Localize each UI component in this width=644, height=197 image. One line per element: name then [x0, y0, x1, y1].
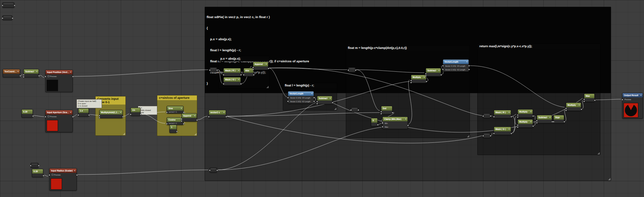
- collapse-caret-icon[interactable]: ▾: [70, 71, 71, 73]
- subtract-m-node[interactable]: Subtract▾: [426, 68, 441, 76]
- reroute-return-p-in-pin[interactable]: [482, 115, 484, 117]
- subtract-uv-node-out-pin[interactable]: [38, 75, 40, 77]
- collapsed-node-c[interactable]: [31, 163, 39, 168]
- max-node[interactable]: Max: [584, 93, 595, 102]
- mask-r-node-1-in-pin[interactable]: [223, 74, 224, 76]
- collapse-caret-icon[interactable]: ▾: [194, 115, 195, 117]
- multiply-cxy-node-in-a-pin[interactable]: [517, 124, 519, 126]
- mask-r-node-2-out-pin[interactable]: [511, 116, 512, 118]
- reroute-radius-out-pin[interactable]: [216, 170, 218, 171]
- collapse-caret-icon[interactable]: ▾: [181, 108, 182, 109]
- max-node-in-a-pin[interactable]: [583, 98, 585, 100]
- collapsed-node-a[interactable]: [2, 2, 14, 8]
- append-sincos-node-in-b-pin[interactable]: [181, 120, 182, 122]
- vector-length-node-1-in-pin[interactable]: [287, 97, 289, 98]
- collapse-caret-icon[interactable]: ▾: [640, 94, 641, 96]
- sign-node-out-pin[interactable]: [564, 121, 565, 123]
- mask-g-node-1[interactable]: Mask ( G )▾: [223, 77, 241, 85]
- collapse-caret-icon[interactable]: ▾: [311, 93, 312, 94]
- collapsed-node-c-in-pin[interactable]: [30, 165, 32, 167]
- abs-node-out-pin[interactable]: [253, 74, 255, 76]
- clamp-node-out-pin[interactable]: [407, 125, 409, 126]
- dot-node-out-pin[interactable]: [392, 112, 393, 114]
- input-aperture-node-in-pin[interactable]: [45, 116, 46, 118]
- mask-g-node-2-in-pin[interactable]: [493, 133, 495, 134]
- multiply-cyx-node-in-a-pin[interactable]: [517, 114, 519, 116]
- vector-length-node-2-in-pin[interactable]: [442, 65, 444, 67]
- collapse-caret-icon[interactable]: ▾: [508, 128, 509, 130]
- clamp-node-min-pin[interactable]: [382, 122, 383, 124]
- collapsed-node-c-out-pin[interactable]: [38, 165, 40, 167]
- dot-node[interactable]: Dot: [381, 106, 392, 114]
- radius-default-const[interactable]: 0.39: [32, 169, 43, 177]
- mask-g-node-2-out-pin[interactable]: [511, 133, 512, 134]
- multiply-m-node-in-a-pin[interactable]: [410, 80, 412, 81]
- multiply-add-node-in-a-pin[interactable]: [99, 115, 100, 117]
- multiply-add-node-out-pin[interactable]: [122, 116, 124, 118]
- sign-node[interactable]: Sign: [553, 115, 564, 123]
- subtract-m-node-in-a-pin[interactable]: [425, 73, 427, 75]
- sine-node-out-pin[interactable]: [183, 112, 184, 113]
- graph-canvas[interactable]: float sdPie( in vec2 p, in vec2 c, in fl…: [0, 0, 644, 197]
- subtract-l-node-in-b-pin[interactable]: [316, 103, 318, 105]
- append-sincos-node-out-pin[interactable]: [196, 119, 198, 121]
- one-minus-node-in-pin[interactable]: [77, 114, 79, 116]
- collapse-caret-icon[interactable]: ▾: [17, 71, 18, 72]
- multiply-m-node-out-pin[interactable]: [426, 81, 427, 82]
- append-sincos-node-in-a-pin[interactable]: [181, 118, 182, 120]
- subtract-cross-node-in-b-pin[interactable]: [536, 122, 538, 124]
- collapse-caret-icon[interactable]: ▾: [405, 118, 406, 120]
- input-radius-node-out-pin[interactable]: [76, 174, 78, 176]
- reroute-return-c[interactable]: [483, 133, 490, 138]
- collapse-caret-icon[interactable]: ▾: [579, 104, 580, 106]
- multiply-cyx-node[interactable]: Multiply▾: [518, 109, 533, 118]
- vector-length-node-2[interactable]: VectorLength▾Vector 3 (V3): V3 LengthVec…: [443, 59, 469, 72]
- mask-r-node-2-in-pin[interactable]: [493, 116, 495, 118]
- input-radius-node[interactable]: Input Radius (Scalar)▾Preview: [49, 168, 77, 191]
- input-aperture-node-out-pin[interactable]: [72, 116, 74, 118]
- collapse-caret-icon[interactable]: ▾: [36, 71, 37, 72]
- multiply-add-node-in-b-pin[interactable]: [99, 117, 100, 119]
- collapse-caret-icon[interactable]: ▾: [238, 79, 239, 80]
- append-p-node[interactable]: Append▾: [253, 62, 268, 70]
- multiply-msign-node-in-b-pin[interactable]: [565, 110, 567, 111]
- multiply-msign-node-out-pin[interactable]: [581, 109, 582, 110]
- vector-length-node-1-in-pin[interactable]: [287, 101, 289, 102]
- multiply-cyx-node-in-b-pin[interactable]: [517, 116, 519, 118]
- vector-length-node-2-in-pin[interactable]: [442, 69, 444, 70]
- reroute-radius-in-pin[interactable]: [209, 170, 211, 171]
- sign-node-in-pin[interactable]: [553, 121, 554, 123]
- named-reroute-vector2c-in-pin[interactable]: [208, 116, 210, 118]
- input-radius-node-preview-checkbox[interactable]: [52, 174, 53, 176]
- subtract-m-node-in-b-pin[interactable]: [425, 75, 427, 77]
- input-position-node-in-pin[interactable]: [45, 76, 46, 77]
- collapse-caret-icon[interactable]: ▾: [424, 76, 425, 78]
- vector-length-node-2-out-pin[interactable]: [468, 65, 470, 67]
- append-p-node-out-pin[interactable]: [268, 68, 269, 69]
- multiply-m-node[interactable]: Multiply▾: [411, 75, 426, 83]
- sine-node-in-pin[interactable]: [166, 112, 168, 113]
- input-aperture-node[interactable]: Input Aperture (Scalar)▾Preview: [45, 110, 73, 132]
- reroute-return-c-out-pin[interactable]: [490, 135, 491, 137]
- subtract-cross-node[interactable]: Subtract▾: [537, 115, 552, 123]
- mask-r-node-1[interactable]: Mask ( R )▾: [223, 68, 241, 76]
- clamp-node-max-pin[interactable]: [382, 126, 383, 128]
- zero-const[interactable]: 0: [371, 118, 378, 126]
- texcoord-node-out-pin[interactable]: [19, 75, 21, 77]
- collapse-caret-icon[interactable]: ▾: [549, 117, 550, 118]
- reroute-m-c-in-pin[interactable]: [350, 109, 352, 111]
- reroute-m-position-in-pin[interactable]: [347, 69, 349, 71]
- multiply-msign-node-in-a-pin[interactable]: [565, 108, 567, 109]
- multiply-add-node[interactable]: MultiplyAdd(1,180)▾: [99, 110, 123, 118]
- dot-node-in-b-pin[interactable]: [380, 113, 382, 115]
- aperture-default-const[interactable]: 0.39: [21, 109, 33, 118]
- collapse-caret-icon[interactable]: ▾: [120, 112, 121, 113]
- subtract-l-node-in-a-pin[interactable]: [316, 101, 318, 103]
- subtract-l-node-out-pin[interactable]: [332, 102, 333, 104]
- input-position-node-preview-checkbox[interactable]: [48, 75, 49, 77]
- reroute-position-in-pin[interactable]: [209, 69, 211, 71]
- append-p-node-in-a-pin[interactable]: [252, 67, 254, 68]
- reroute-m-c-out-pin[interactable]: [358, 109, 359, 111]
- reroute-m-position-out-pin[interactable]: [355, 69, 357, 71]
- vector-length-node-1-out-pin[interactable]: [313, 101, 315, 102]
